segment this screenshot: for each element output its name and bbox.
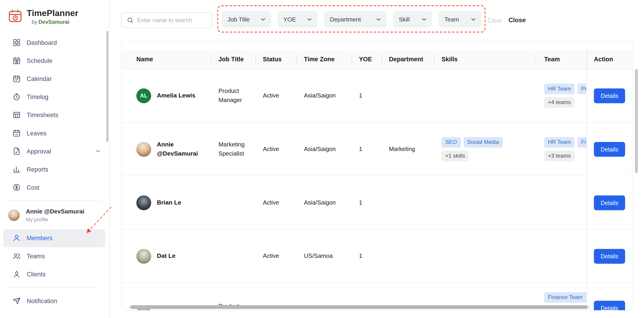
cell-status: Active <box>256 229 297 282</box>
sidebar-item-timelog[interactable]: Timelog <box>3 88 105 106</box>
sidebar-item-label: Approval <box>27 148 51 155</box>
sidebar-nav-secondary: Members Teams Clients <box>0 229 109 283</box>
cell-action: Details <box>586 283 632 310</box>
cell-department <box>382 176 434 229</box>
sidebar-item-dashboard[interactable]: Dashboard <box>3 34 105 52</box>
details-button[interactable]: Details <box>594 142 625 156</box>
column-header-action: Action <box>586 50 632 69</box>
sidebar-item-calendar[interactable]: Calendar <box>3 70 105 88</box>
dashboard-icon <box>12 38 21 47</box>
sidebar-item-label: Timesheets <box>27 111 58 119</box>
chevron-down-icon[interactable] <box>95 148 101 154</box>
member-name: Dat Le <box>157 252 176 260</box>
sidebar: TimePlanner byDevSamurai Dashboard Sched… <box>0 0 110 318</box>
table-row: Brian Le Active Asia/Saigon 1 Details <box>122 176 632 230</box>
sidebar-item-approval[interactable]: Approval <box>3 142 105 160</box>
sidebar-item-timesheets[interactable]: Timesheets <box>3 106 105 124</box>
sidebar-scrollbar[interactable] <box>106 31 108 142</box>
filter-skill-dropdown[interactable]: Skill <box>393 11 432 28</box>
approval-icon <box>12 147 21 155</box>
cell-yoe: 1 <box>352 176 382 229</box>
details-button[interactable]: Details <box>594 195 625 210</box>
team-more-chip: +3 teams <box>544 151 574 161</box>
cell-team <box>534 229 586 282</box>
table-row: Dat Le Active US/Samoa 1 Details <box>122 229 632 283</box>
sidebar-item-label: Teams <box>27 252 45 260</box>
filter-team-dropdown[interactable]: Team <box>438 11 481 28</box>
cell-skills <box>434 69 534 122</box>
member-icon <box>12 234 21 242</box>
filter-department-dropdown[interactable]: Department <box>324 11 386 28</box>
app-logo-icon <box>7 8 23 24</box>
vertical-scrollbar-thumb[interactable] <box>635 69 638 173</box>
cell-time-zone: US/Samoa <box>297 229 352 282</box>
details-button[interactable]: Details <box>594 249 625 263</box>
sidebar-item-label: Members <box>27 234 52 242</box>
search-input[interactable] <box>137 17 212 24</box>
cell-name: AL Amelia Lewis <box>129 69 211 122</box>
teams-icon <box>12 252 21 260</box>
cell-action: Details <box>586 69 632 122</box>
member-name: Brian Le <box>157 198 181 207</box>
sidebar-item-schedule[interactable]: Schedule <box>3 52 105 70</box>
filter-yoe-dropdown[interactable]: YOE <box>278 11 318 28</box>
timesheets-icon <box>12 111 21 119</box>
chevron-down-icon <box>422 18 426 21</box>
cell-status: Active <box>256 123 297 176</box>
skill-chip: SEO <box>442 137 461 148</box>
table-row: Annie @DevSamurai Marketing Specialist A… <box>122 123 632 176</box>
sidebar-item-notification[interactable]: Notification <box>3 292 105 310</box>
profile-name: Annie @DevSamurai <box>26 208 84 215</box>
member-name: Amelia Lewis <box>157 91 196 100</box>
reports-icon <box>12 165 21 173</box>
sidebar-nav-footer: Notification <box>0 292 109 310</box>
sidebar-item-label: Calendar <box>27 75 52 82</box>
profile-item[interactable]: Annie @DevSamurai My profile <box>0 205 109 226</box>
chevron-down-icon <box>376 18 381 21</box>
cell-skills: SEO Social Media +1 skills <box>434 123 534 176</box>
sidebar-item-cost[interactable]: Cost <box>3 178 105 196</box>
profile-avatar <box>8 210 20 221</box>
cell-action: Details <box>586 123 632 176</box>
cell-team: HR Team Fi +3 teams <box>534 123 586 176</box>
sidebar-item-label: Reports <box>27 166 48 173</box>
app-byline: byDevSamurai <box>32 19 78 25</box>
skill-chip: Social Media <box>464 137 502 148</box>
chevron-down-icon <box>307 18 312 21</box>
sidebar-item-members[interactable]: Members <box>3 229 105 247</box>
sidebar-item-clients[interactable]: Clients <box>3 265 105 283</box>
filter-job-title-dropdown[interactable]: Job Title <box>222 11 271 28</box>
team-chip: Fi <box>578 137 586 148</box>
clear-filters-button[interactable]: Clear <box>488 17 502 24</box>
cell-team: HR Team Pr +4 teams <box>534 69 586 122</box>
close-filters-button[interactable]: Close <box>508 17 526 24</box>
cell-yoe: 1 <box>352 123 382 176</box>
calendar-icon <box>12 74 21 83</box>
sidebar-item-reports[interactable]: Reports <box>3 160 105 178</box>
notification-icon <box>12 297 21 305</box>
team-chip: Finance Team <box>544 292 586 303</box>
avatar <box>136 142 151 156</box>
sidebar-item-label: Dashboard <box>27 39 57 46</box>
cell-skills <box>434 176 534 229</box>
cell-yoe: 1 <box>352 229 382 282</box>
cell-team <box>534 176 586 229</box>
sidebar-item-teams[interactable]: Teams <box>3 247 105 265</box>
column-header-yoe: YOE <box>352 50 382 69</box>
team-chip: HR Team <box>544 84 574 94</box>
sidebar-item-label: Clients <box>27 271 46 278</box>
member-name: Annie @DevSamurai <box>157 140 211 158</box>
team-chip: Pr <box>578 84 586 94</box>
horizontal-scrollbar-thumb[interactable] <box>130 305 588 309</box>
cell-yoe: 1 <box>352 69 382 122</box>
cell-action: Details <box>586 229 632 282</box>
sidebar-item-leaves[interactable]: Leaves <box>3 124 105 142</box>
sidebar-item-label: Notification <box>27 297 57 304</box>
members-table: Name Job Title Status Time Zone YOE Depa… <box>121 40 632 310</box>
column-header-status: Status <box>256 50 297 69</box>
cell-skills <box>434 229 534 282</box>
details-button[interactable]: Details <box>594 301 625 310</box>
team-more-chip: +4 teams <box>544 97 574 108</box>
cell-action: Details <box>586 176 632 229</box>
details-button[interactable]: Details <box>594 88 625 103</box>
